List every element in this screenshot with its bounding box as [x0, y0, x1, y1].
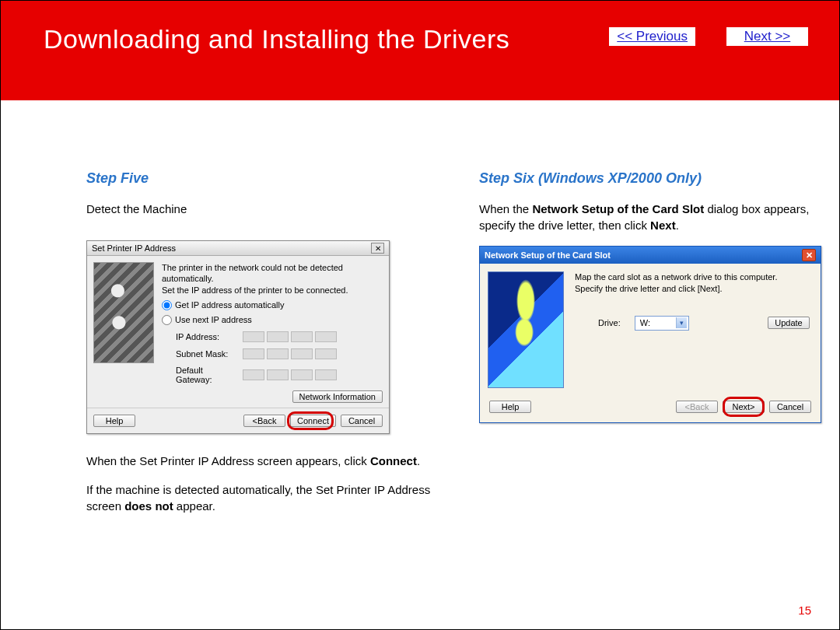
dialog-description: Map the card slot as a network drive to …: [575, 271, 810, 296]
header-bar: Downloading and Installing the Drivers <…: [1, 1, 839, 100]
step-six-intro: When the Network Setup of the Card Slot …: [479, 201, 829, 233]
page-number: 15: [798, 604, 811, 617]
dialog-description: The printer in the network could not be …: [162, 262, 383, 296]
dialog-titlebar: Set Printer IP Address ✕: [87, 241, 389, 256]
content-area: Step Five Detect the Machine Set Printer…: [1, 100, 839, 527]
drive-label: Drive:: [598, 318, 621, 327]
default-gateway-label: Default Gateway:: [176, 366, 236, 384]
step-five-title: Step Five: [86, 170, 436, 187]
chevron-down-icon: ▾: [676, 317, 687, 328]
step-six-title: Step Six (Windows XP/2000 Only): [479, 170, 829, 187]
connect-button[interactable]: Connect: [290, 415, 336, 427]
next-link[interactable]: Next >>: [726, 27, 808, 46]
close-icon[interactable]: ✕: [371, 243, 384, 254]
radio-manual-ip-label: Use next IP address: [175, 315, 252, 324]
set-printer-ip-dialog: Set Printer IP Address ✕ The printer in …: [86, 240, 390, 434]
subnet-mask-label: Subnet Mask:: [176, 349, 236, 359]
ip-address-field[interactable]: [243, 331, 337, 342]
help-button[interactable]: Help: [93, 415, 135, 427]
cancel-button[interactable]: Cancel: [341, 415, 383, 427]
previous-link[interactable]: << Previous: [609, 27, 695, 46]
dialog-illustration: [488, 271, 564, 388]
network-information-button[interactable]: Network Information: [292, 390, 383, 403]
back-button[interactable]: <Back: [243, 415, 285, 427]
dialog-illustration: [93, 262, 154, 363]
radio-manual-ip[interactable]: [162, 315, 172, 325]
default-gateway-field[interactable]: [243, 369, 337, 380]
step-five-intro: Detect the Machine: [86, 201, 436, 217]
nav-buttons: << Previous Next >>: [609, 27, 808, 46]
ip-address-label: IP Address:: [176, 332, 236, 341]
radio-auto-ip[interactable]: [162, 300, 172, 310]
step-five-para1: When the Set Printer IP Address screen a…: [86, 453, 436, 469]
column-step-five: Step Five Detect the Machine Set Printer…: [86, 170, 436, 527]
next-button[interactable]: Next>: [723, 401, 765, 413]
close-icon[interactable]: ✕: [802, 249, 816, 261]
page-container: Downloading and Installing the Drivers <…: [0, 0, 840, 630]
update-button[interactable]: Update: [768, 317, 810, 329]
page-title: Downloading and Installing the Drivers: [44, 24, 509, 54]
column-step-six: Step Six (Windows XP/2000 Only) When the…: [479, 170, 829, 527]
subnet-mask-field[interactable]: [243, 348, 337, 359]
dialog-titlebar: Network Setup of the Card Slot ✕: [480, 247, 821, 264]
drive-select[interactable]: W: ▾: [635, 316, 689, 331]
cancel-button[interactable]: Cancel: [769, 401, 811, 413]
dialog-title: Set Printer IP Address: [92, 243, 176, 253]
drive-select-value: W:: [640, 318, 650, 327]
dialog-body: The printer in the network could not be …: [87, 256, 389, 390]
dialog-body: Map the card slot as a network drive to …: [480, 264, 821, 393]
help-button[interactable]: Help: [489, 401, 531, 413]
dialog-title: Network Setup of the Card Slot: [485, 250, 611, 260]
network-setup-card-slot-dialog: Network Setup of the Card Slot ✕ Map the…: [479, 246, 821, 423]
back-button: <Back: [676, 401, 718, 413]
step-five-para2: If the machine is detected automatically…: [86, 481, 436, 514]
radio-auto-ip-label: Get IP address automatically: [175, 300, 284, 310]
